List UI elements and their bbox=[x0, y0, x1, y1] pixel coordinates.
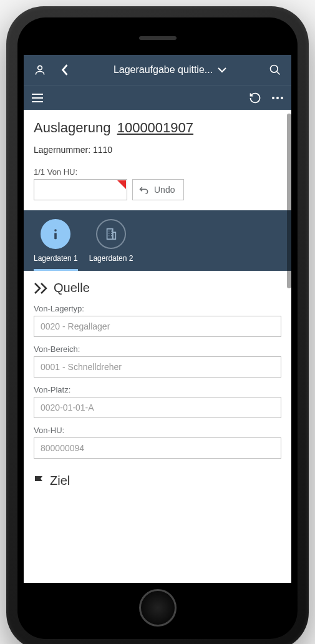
section-quelle-header: Quelle bbox=[34, 281, 281, 295]
section-ziel: Ziel bbox=[34, 470, 281, 500]
field-von-platz: Von-Platz: bbox=[34, 385, 281, 418]
field-label: Von-Lagertyp: bbox=[34, 304, 281, 313]
warehouse-value: 1110 bbox=[93, 145, 112, 155]
back-button[interactable] bbox=[52, 55, 77, 85]
document-type: Auslagerung bbox=[34, 120, 111, 135]
field-label: Von-Bereich: bbox=[34, 344, 281, 354]
tab-strip: Lagerdaten 1 Lagerdaten 2 bbox=[24, 210, 291, 271]
document-number[interactable]: 1000001907 bbox=[117, 120, 193, 135]
section-quelle: Quelle Von-Lagertyp: Von-Bereich: Von-Pl… bbox=[34, 271, 281, 470]
phone-speaker bbox=[139, 36, 177, 40]
svg-rect-7 bbox=[107, 229, 113, 240]
tab-label: Lagerdaten 2 bbox=[89, 254, 133, 263]
section-ziel-header: Ziel bbox=[34, 474, 281, 488]
warehouse-label: Lagernummer: bbox=[34, 145, 90, 155]
phone-inner: Lageraufgabe quittie... bbox=[17, 17, 298, 639]
refresh-button[interactable] bbox=[249, 92, 261, 104]
svg-rect-6 bbox=[55, 233, 57, 239]
scrollbar[interactable] bbox=[287, 114, 291, 288]
user-button[interactable] bbox=[27, 55, 52, 85]
undo-label: Undo bbox=[154, 185, 175, 195]
svg-point-2 bbox=[272, 97, 274, 99]
hu-row: 1/1 Von HU: Undo bbox=[34, 167, 281, 200]
info-icon bbox=[41, 219, 70, 249]
content-area: Auslagerung 1000001907 Lagernummer: 1110… bbox=[24, 110, 291, 583]
svg-point-3 bbox=[276, 97, 279, 99]
tab-label: Lagerdaten 1 bbox=[34, 254, 78, 263]
flag-icon bbox=[34, 475, 45, 487]
svg-point-4 bbox=[281, 97, 283, 99]
building-icon bbox=[96, 219, 126, 249]
von-hu-input[interactable] bbox=[34, 437, 281, 459]
hu-input[interactable] bbox=[34, 179, 127, 200]
field-von-hu: Von-HU: bbox=[34, 426, 281, 459]
search-button[interactable] bbox=[263, 55, 288, 85]
von-platz-input[interactable] bbox=[34, 397, 281, 418]
svg-point-1 bbox=[271, 66, 278, 73]
von-bereich-input[interactable] bbox=[34, 356, 281, 378]
menu-button[interactable] bbox=[31, 93, 44, 103]
page-title: Lageraufgabe quittie... bbox=[114, 64, 213, 76]
section-quelle-title: Quelle bbox=[54, 281, 90, 295]
field-von-bereich: Von-Bereich: bbox=[34, 344, 281, 378]
page-title-area[interactable]: Lageraufgabe quittie... bbox=[77, 64, 263, 76]
undo-icon bbox=[139, 185, 149, 194]
section-ziel-title: Ziel bbox=[50, 474, 70, 488]
phone-frame: Lageraufgabe quittie... bbox=[6, 6, 309, 644]
sub-bar bbox=[24, 85, 291, 110]
svg-point-0 bbox=[38, 66, 42, 70]
app-screen: Lageraufgabe quittie... bbox=[24, 55, 291, 583]
chevron-down-icon bbox=[218, 67, 226, 73]
von-lagertyp-input[interactable] bbox=[34, 316, 281, 337]
tab-lagerdaten-2[interactable]: Lagerdaten 2 bbox=[89, 219, 133, 271]
tab-lagerdaten-1[interactable]: Lagerdaten 1 bbox=[34, 219, 78, 271]
overflow-button[interactable] bbox=[271, 96, 284, 100]
document-title: Auslagerung 1000001907 bbox=[34, 120, 281, 136]
field-von-lagertyp: Von-Lagertyp: bbox=[34, 304, 281, 337]
svg-rect-8 bbox=[113, 232, 116, 239]
home-button[interactable] bbox=[139, 589, 177, 627]
double-chevron-icon bbox=[34, 282, 49, 295]
svg-point-5 bbox=[55, 229, 57, 232]
field-label: Von-HU: bbox=[34, 426, 281, 435]
warehouse-line: Lagernummer: 1110 bbox=[34, 145, 281, 155]
hu-counter-label: 1/1 Von HU: bbox=[34, 167, 281, 177]
undo-button[interactable]: Undo bbox=[132, 179, 184, 200]
field-label: Von-Platz: bbox=[34, 385, 281, 394]
top-bar: Lageraufgabe quittie... bbox=[24, 55, 291, 85]
